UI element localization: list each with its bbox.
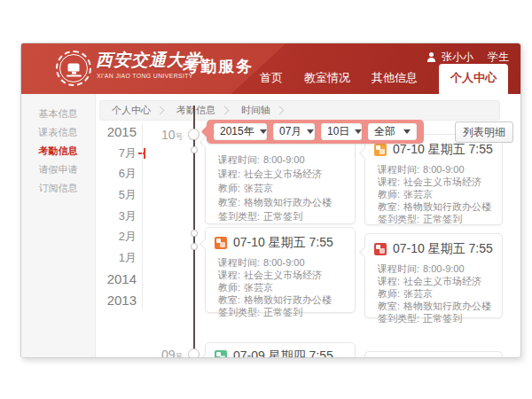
user-info[interactable]: 张小小 学生 <box>426 50 509 65</box>
user-role: 学生 <box>488 50 509 65</box>
breadcrumb: 个人中心 考勤信息 时间轴 <box>99 100 500 121</box>
field-value: 正常签到 <box>263 211 302 222</box>
field-label: 教室: <box>378 201 400 212</box>
field-label: 课程: <box>378 276 400 286</box>
card-field: 课程时间:8:00-9:00 <box>378 262 493 275</box>
day-marker-10[interactable]: 10号 <box>161 127 184 143</box>
card-field: 课程:社会主义市场经济 <box>218 269 346 281</box>
nav-item-home[interactable]: 首页 <box>260 70 283 94</box>
card-field: 教师:张芸京 <box>218 281 346 293</box>
field-label: 签到类型: <box>378 313 419 324</box>
field-label: 课程时间: <box>378 263 419 274</box>
card-field: 签到类型:正常签到 <box>218 209 346 223</box>
year-value: 2015年 <box>220 124 254 139</box>
timeline-node <box>191 243 198 250</box>
page: 西安交通大学 XI'AN JIAO TONG UNIVERSITY 考勤服务 张… <box>0 0 532 399</box>
nav-tab-personal-center[interactable]: 个人中心 <box>439 64 508 94</box>
day-dropdown[interactable]: 10日 <box>321 123 362 140</box>
year-dropdown[interactable]: 2015年 <box>214 123 267 140</box>
field-label: 教师: <box>378 288 400 299</box>
timeline-node <box>191 146 198 153</box>
app-header: 西安交通大学 XI'AN JIAO TONG UNIVERSITY 考勤服务 张… <box>21 43 520 94</box>
field-value: 8:00-9:00 <box>263 257 304 268</box>
field-label: 课程时间: <box>218 257 260 268</box>
field-value: 8:00-9:00 <box>263 154 304 165</box>
person-icon <box>426 52 436 62</box>
card-field: 签到类型:正常签到 <box>378 312 493 325</box>
scale-month-3[interactable]: 3月 <box>57 206 137 227</box>
event-card: 07-10 星期五 7:55 课程时间:8:00-9:00 课程:社会主义市场经… <box>364 233 503 318</box>
field-value: 张芸京 <box>244 183 273 193</box>
nav-item-classrooms[interactable]: 教室情况 <box>304 70 350 94</box>
scale-year-2014[interactable]: 2014 <box>57 269 137 290</box>
breadcrumb-personal-center[interactable]: 个人中心 <box>100 104 162 117</box>
day-suffix: 号 <box>176 352 184 358</box>
field-label: 教室: <box>218 197 240 207</box>
event-type-icon <box>374 144 387 156</box>
field-value: 格物致知行政办公楼 <box>403 301 491 311</box>
field-label: 签到类型: <box>378 214 419 224</box>
field-label: 教室: <box>378 301 400 311</box>
breadcrumb-timeline[interactable]: 时间轴 <box>230 104 282 117</box>
event-card <box>364 351 503 358</box>
field-label: 课程: <box>218 168 240 179</box>
card-field: 教室:格物致知行政办公楼 <box>218 293 346 306</box>
field-label: 课程: <box>218 270 240 280</box>
field-value: 张芸京 <box>244 282 273 293</box>
scale-month-2[interactable]: 2月 <box>57 226 137 247</box>
sidebar-item-basic-info[interactable]: 基本信息 <box>21 105 95 123</box>
nav-item-other-info[interactable]: 其他信息 <box>372 70 418 94</box>
day-suffix: 号 <box>176 132 184 141</box>
field-value: 社会主义市场经济 <box>403 176 481 187</box>
field-value: 正常签到 <box>423 214 462 224</box>
card-field: 教室:格物致知行政办公楼 <box>378 200 493 213</box>
card-title: 07-10 星期五 7:55 <box>233 235 333 251</box>
university-logo-icon <box>56 51 91 86</box>
day-number: 09 <box>161 348 176 358</box>
type-value: 全部 <box>374 124 395 139</box>
day-marker-09[interactable]: 09号 <box>161 347 184 358</box>
field-value: 社会主义市场经济 <box>244 270 322 280</box>
timeline-node <box>188 129 200 140</box>
timeline-scale: 2015 7月 6月 5月 3月 2月 1月 2014 2013 <box>57 121 137 310</box>
scale-month-6[interactable]: 6月 <box>57 163 137 184</box>
breadcrumb-attendance-info[interactable]: 考勤信息 <box>165 104 227 117</box>
scale-divider <box>142 123 143 309</box>
type-dropdown[interactable]: 全部 <box>368 123 417 140</box>
event-card: 07-10 星期五 7:55 课程时间:8:00-9:00 课程:社会主义市场经… <box>205 227 356 313</box>
card-field: 课程:社会主义市场经济 <box>218 167 346 181</box>
field-label: 签到类型: <box>218 307 260 317</box>
field-label: 教室: <box>218 294 240 305</box>
field-label: 教师: <box>218 183 240 193</box>
main-nav: 首页 教室情况 其他信息 个人中心 <box>260 64 508 94</box>
month-dropdown[interactable]: 07月 <box>273 123 315 140</box>
field-value: 社会主义市场经济 <box>244 168 322 179</box>
field-value: 张芸京 <box>403 288 433 299</box>
card-field: 签到类型:正常签到 <box>378 213 493 225</box>
card-fields: 课程时间:8:00-9:00 课程:社会主义市场经济 教师:张芸京 教室:格物致… <box>365 257 502 325</box>
card-field: 课程:社会主义市场经济 <box>378 176 493 188</box>
event-type-icon <box>215 237 227 249</box>
field-value: 格物致知行政办公楼 <box>244 197 332 207</box>
field-value: 社会主义市场经济 <box>403 276 481 286</box>
scale-year-2015[interactable]: 2015 <box>57 121 137 143</box>
scale-month-7[interactable]: 7月 <box>57 143 137 164</box>
day-number: 10 <box>161 128 176 142</box>
user-name: 张小小 <box>442 50 473 65</box>
list-detail-button[interactable]: 列表明细 <box>455 121 513 143</box>
scale-month-1[interactable]: 1月 <box>57 247 137 269</box>
scale-month-5[interactable]: 5月 <box>57 184 137 206</box>
caret-down-icon <box>307 129 314 134</box>
field-value: 正常签到 <box>423 313 462 324</box>
caret-down-icon <box>355 129 362 134</box>
card-field: 课程时间:8:00-9:00 <box>378 163 493 176</box>
card-title: 07-09 星期四 7:55 <box>233 348 333 358</box>
field-value: 张芸京 <box>403 189 433 200</box>
filter-bar-tail <box>201 125 215 139</box>
card-field: 教师:张芸京 <box>218 181 346 195</box>
field-label: 课程: <box>378 176 400 187</box>
attendance-window: 西安交通大学 XI'AN JIAO TONG UNIVERSITY 考勤服务 张… <box>20 43 521 358</box>
card-header: 07-10 星期五 7:55 <box>206 228 355 251</box>
current-month-marker <box>144 148 145 159</box>
scale-year-2013[interactable]: 2013 <box>57 290 137 311</box>
